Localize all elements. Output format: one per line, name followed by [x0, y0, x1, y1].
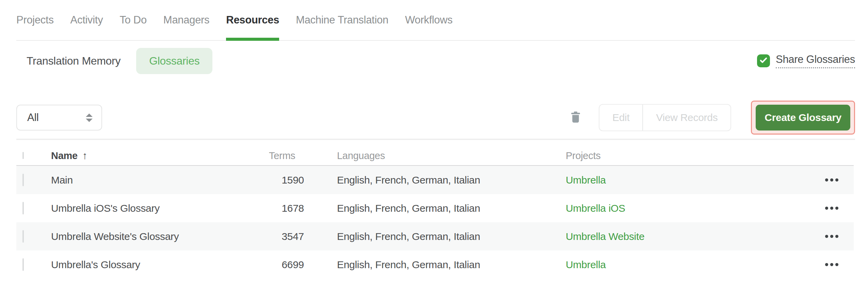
toolbar-table-separator	[16, 139, 855, 140]
project-link[interactable]: Umbrella Website	[566, 231, 644, 242]
resources-glossaries-page: Projects Activity To Do Managers Resourc…	[0, 0, 868, 295]
glossary-name: Umbrella's Glossary	[51, 259, 269, 271]
glossary-name: Umbrella iOS's Glossary	[51, 203, 269, 214]
filter-dropdown-value: All	[27, 111, 39, 124]
column-header-projects[interactable]: Projects	[566, 150, 809, 161]
glossary-languages: English, French, German, Italian	[304, 203, 566, 214]
row-checkbox[interactable]	[22, 174, 24, 186]
glossary-terms-count: 3547	[269, 231, 304, 242]
row-checkbox[interactable]	[22, 202, 24, 214]
edit-button[interactable]: Edit	[599, 105, 643, 131]
glossary-terms-count: 1678	[269, 203, 304, 214]
more-options-icon[interactable]	[822, 203, 842, 213]
subtab-translation-memory[interactable]: Translation Memory	[27, 55, 120, 67]
glossary-name: Main	[51, 174, 269, 186]
tab-machine-translation[interactable]: Machine Translation	[296, 0, 388, 40]
glossaries-toolbar: All Edit View Records Create Glossary	[16, 101, 855, 135]
glossaries-table: Name ↑ Terms Languages Projects Main 159…	[16, 146, 854, 279]
project-link[interactable]: Umbrella iOS	[566, 203, 625, 214]
tab-workflows[interactable]: Workflows	[405, 0, 453, 40]
table-row: Umbrella iOS's Glossary 1678 English, Fr…	[16, 194, 854, 222]
resources-subnav: Translation Memory Glossaries Share Glos…	[16, 40, 855, 82]
table-header-row: Name ↑ Terms Languages Projects	[16, 146, 854, 166]
column-header-name[interactable]: Name ↑	[51, 150, 269, 161]
row-checkbox[interactable]	[22, 258, 24, 271]
share-glossaries-control: Share Glossaries	[757, 53, 855, 68]
share-glossaries-label[interactable]: Share Glossaries	[776, 53, 855, 68]
sort-ascending-icon: ↑	[82, 150, 87, 161]
tab-to-do[interactable]: To Do	[119, 0, 146, 40]
more-options-icon[interactable]	[822, 175, 842, 185]
up-down-sorter-icon	[86, 114, 93, 122]
name-header-label: Name	[51, 150, 78, 161]
more-options-icon[interactable]	[822, 231, 842, 241]
project-link[interactable]: Umbrella	[566, 259, 606, 270]
delete-button[interactable]	[568, 110, 583, 125]
glossary-languages: English, French, German, Italian	[304, 259, 566, 271]
trash-icon	[569, 110, 582, 125]
top-navigation: Projects Activity To Do Managers Resourc…	[16, 0, 855, 41]
column-header-terms[interactable]: Terms	[269, 150, 304, 161]
project-link[interactable]: Umbrella	[566, 174, 606, 186]
select-all-checkbox[interactable]	[22, 152, 24, 159]
table-row: Umbrella's Glossary 6699 English, French…	[16, 250, 854, 279]
tab-activity[interactable]: Activity	[70, 0, 103, 40]
row-checkbox[interactable]	[22, 230, 24, 243]
subtab-glossaries[interactable]: Glossaries	[136, 48, 212, 74]
column-header-languages[interactable]: Languages	[304, 150, 566, 161]
share-glossaries-checkbox[interactable]	[757, 54, 770, 67]
row-actions-group: Edit View Records	[599, 104, 731, 131]
tab-managers[interactable]: Managers	[163, 0, 209, 40]
tab-resources[interactable]: Resources	[226, 0, 279, 40]
glossary-name: Umbrella Website's Glossary	[51, 231, 269, 242]
view-records-button[interactable]: View Records	[643, 105, 730, 131]
more-options-icon[interactable]	[822, 260, 842, 270]
glossary-languages: English, French, German, Italian	[304, 174, 566, 186]
create-glossary-button[interactable]: Create Glossary	[756, 105, 850, 131]
tab-projects[interactable]: Projects	[16, 0, 54, 40]
glossary-terms-count: 1590	[269, 174, 304, 186]
glossary-terms-count: 6699	[269, 259, 304, 271]
filter-dropdown[interactable]: All	[16, 105, 102, 131]
create-glossary-highlight-annotation: Create Glossary	[751, 101, 855, 135]
table-row: Umbrella Website's Glossary 3547 English…	[16, 222, 854, 250]
checkmark-icon	[759, 55, 768, 66]
table-row: Main 1590 English, French, German, Itali…	[16, 166, 854, 194]
glossary-languages: English, French, German, Italian	[304, 231, 566, 242]
